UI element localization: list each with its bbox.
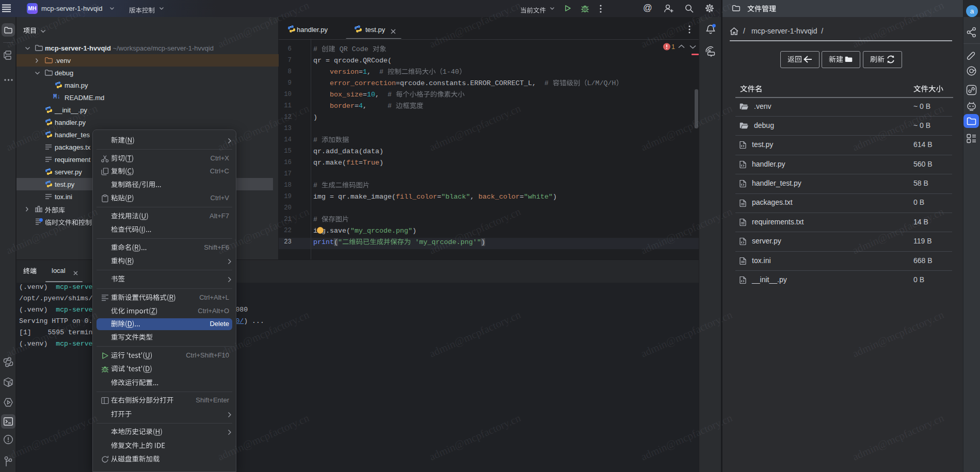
svg-text:1: 1 — [671, 43, 675, 51]
